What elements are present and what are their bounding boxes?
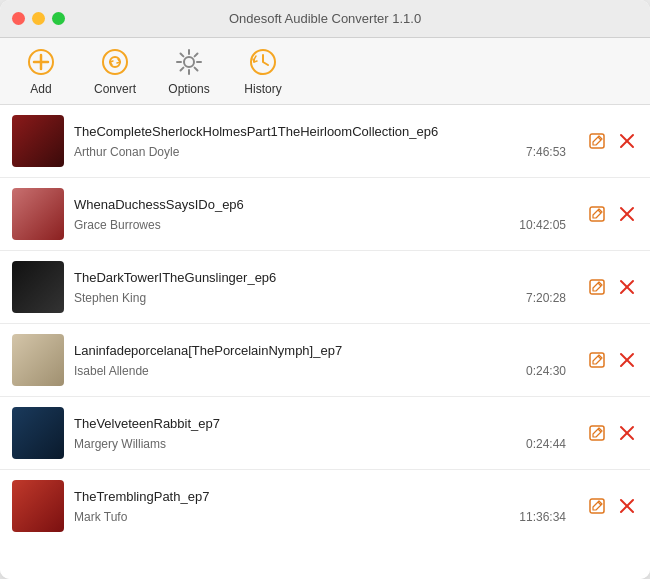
track-info: WhenaDuchessSaysIDo_ep6 Grace Burrowes 1… xyxy=(74,197,576,232)
track-actions xyxy=(586,203,638,225)
track-row: TheTremblingPath_ep7 Mark Tufo 11:36:34 xyxy=(0,470,650,542)
delete-button[interactable] xyxy=(616,349,638,371)
toolbar: ♪ Add Convert xyxy=(0,38,650,105)
toolbar-options[interactable]: Options xyxy=(164,46,214,96)
track-duration: 7:20:28 xyxy=(526,291,576,305)
track-cover xyxy=(12,334,64,386)
track-duration: 0:24:44 xyxy=(526,437,576,451)
track-row: TheDarkTowerITheGunslinger_ep6 Stephen K… xyxy=(0,251,650,324)
track-list: TheCompleteSherlockHolmesPart1TheHeirloo… xyxy=(0,105,650,579)
toolbar-convert[interactable]: Convert xyxy=(90,46,140,96)
toolbar-add[interactable]: ♪ Add xyxy=(16,46,66,96)
convert-icon xyxy=(99,46,131,78)
edit-icon xyxy=(588,497,606,515)
delete-icon xyxy=(618,132,636,150)
edit-icon xyxy=(588,132,606,150)
track-duration: 11:36:34 xyxy=(519,510,576,524)
delete-button[interactable] xyxy=(616,203,638,225)
track-actions xyxy=(586,130,638,152)
svg-line-11 xyxy=(195,68,198,71)
track-cover xyxy=(12,261,64,313)
window-controls xyxy=(12,12,65,25)
edit-button[interactable] xyxy=(586,276,608,298)
edit-icon xyxy=(588,205,606,223)
edit-button[interactable] xyxy=(586,349,608,371)
track-duration: 0:24:30 xyxy=(526,364,576,378)
edit-icon xyxy=(588,424,606,442)
delete-icon xyxy=(618,278,636,296)
track-title: TheCompleteSherlockHolmesPart1TheHeirloo… xyxy=(74,124,576,139)
edit-icon xyxy=(588,278,606,296)
track-cover xyxy=(12,115,64,167)
track-meta: Mark Tufo 11:36:34 xyxy=(74,510,576,524)
delete-icon xyxy=(618,497,636,515)
toolbar-history[interactable]: History xyxy=(238,46,288,96)
history-label: History xyxy=(244,82,281,96)
track-row: Laninfadeporcelana[ThePorcelainNymph]_ep… xyxy=(0,324,650,397)
svg-line-13 xyxy=(181,68,184,71)
track-title: TheTremblingPath_ep7 xyxy=(74,489,576,504)
minimize-button[interactable] xyxy=(32,12,45,25)
edit-button[interactable] xyxy=(586,130,608,152)
svg-rect-15 xyxy=(590,134,604,148)
track-title: TheDarkTowerITheGunslinger_ep6 xyxy=(74,270,576,285)
track-author: Mark Tufo xyxy=(74,510,127,524)
edit-button[interactable] xyxy=(586,495,608,517)
close-button[interactable] xyxy=(12,12,25,25)
track-author: Isabel Allende xyxy=(74,364,149,378)
track-actions xyxy=(586,349,638,371)
track-author: Stephen King xyxy=(74,291,146,305)
track-actions xyxy=(586,495,638,517)
track-meta: Margery Williams 0:24:44 xyxy=(74,437,576,451)
delete-button[interactable] xyxy=(616,276,638,298)
title-bar: Ondesoft Audible Converter 1.1.0 xyxy=(0,0,650,38)
options-icon xyxy=(173,46,205,78)
options-label: Options xyxy=(168,82,209,96)
track-author: Grace Burrowes xyxy=(74,218,161,232)
track-info: TheTremblingPath_ep7 Mark Tufo 11:36:34 xyxy=(74,489,576,524)
track-duration: 10:42:05 xyxy=(519,218,576,232)
track-meta: Isabel Allende 0:24:30 xyxy=(74,364,576,378)
edit-button[interactable] xyxy=(586,203,608,225)
track-actions xyxy=(586,422,638,444)
svg-rect-31 xyxy=(590,426,604,440)
track-info: TheVelveteenRabbit_ep7 Margery Williams … xyxy=(74,416,576,451)
add-icon: ♪ xyxy=(25,46,57,78)
track-actions xyxy=(586,276,638,298)
track-duration: 7:46:53 xyxy=(526,145,576,159)
track-info: TheCompleteSherlockHolmesPart1TheHeirloo… xyxy=(74,124,576,159)
delete-button[interactable] xyxy=(616,495,638,517)
track-info: Laninfadeporcelana[ThePorcelainNymph]_ep… xyxy=(74,343,576,378)
svg-point-4 xyxy=(103,50,127,74)
add-label: Add xyxy=(30,82,51,96)
track-cover xyxy=(12,480,64,532)
history-icon xyxy=(247,46,279,78)
track-row: TheCompleteSherlockHolmesPart1TheHeirloo… xyxy=(0,105,650,178)
svg-rect-19 xyxy=(590,207,604,221)
track-cover xyxy=(12,188,64,240)
delete-button[interactable] xyxy=(616,422,638,444)
track-title: WhenaDuchessSaysIDo_ep6 xyxy=(74,197,576,212)
delete-icon xyxy=(618,424,636,442)
svg-line-12 xyxy=(195,54,198,57)
svg-text:♪: ♪ xyxy=(39,52,43,59)
track-meta: Stephen King 7:20:28 xyxy=(74,291,576,305)
svg-rect-27 xyxy=(590,353,604,367)
edit-button[interactable] xyxy=(586,422,608,444)
window-title: Ondesoft Audible Converter 1.1.0 xyxy=(229,11,421,26)
track-title: TheVelveteenRabbit_ep7 xyxy=(74,416,576,431)
track-author: Margery Williams xyxy=(74,437,166,451)
delete-icon xyxy=(618,351,636,369)
track-cover xyxy=(12,407,64,459)
svg-rect-35 xyxy=(590,499,604,513)
edit-icon xyxy=(588,351,606,369)
track-author: Arthur Conan Doyle xyxy=(74,145,179,159)
track-info: TheDarkTowerITheGunslinger_ep6 Stephen K… xyxy=(74,270,576,305)
maximize-button[interactable] xyxy=(52,12,65,25)
track-row: TheVelveteenRabbit_ep7 Margery Williams … xyxy=(0,397,650,470)
delete-button[interactable] xyxy=(616,130,638,152)
delete-icon xyxy=(618,205,636,223)
svg-point-5 xyxy=(184,57,194,67)
svg-rect-23 xyxy=(590,280,604,294)
track-meta: Grace Burrowes 10:42:05 xyxy=(74,218,576,232)
